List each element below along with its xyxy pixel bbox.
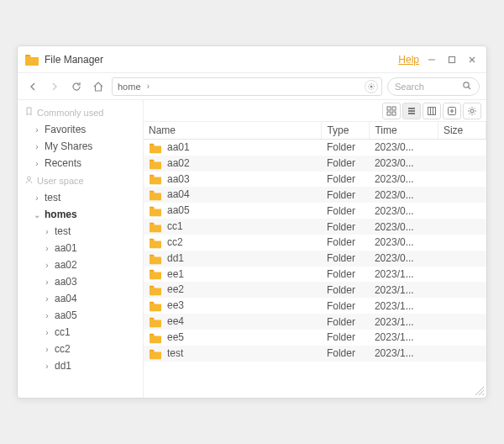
- sidebar-item[interactable]: ›My Shares: [18, 138, 143, 155]
- cell-time: 2023/1...: [370, 282, 438, 298]
- svg-rect-0: [449, 56, 455, 62]
- nav-refresh-button[interactable]: [68, 78, 85, 95]
- file-name: cc1: [167, 220, 183, 232]
- cell-size: [438, 203, 486, 219]
- nav-home-button[interactable]: [90, 78, 107, 95]
- table-row[interactable]: cc1Folder2023/0...: [144, 219, 486, 235]
- path-favorite-button[interactable]: [365, 80, 378, 93]
- sidebar-item[interactable]: ›cc1: [18, 324, 143, 341]
- cell-type: Folder: [322, 156, 370, 172]
- file-name: ee1: [167, 268, 184, 280]
- svg-point-10: [470, 109, 474, 113]
- new-item-button[interactable]: [443, 103, 461, 119]
- breadcrumb-path[interactable]: home ›: [112, 77, 382, 96]
- settings-button[interactable]: [463, 103, 481, 119]
- maximize-button[interactable]: [444, 52, 459, 67]
- cell-time: 2023/1...: [370, 314, 438, 330]
- chevron-right-icon: ›: [43, 362, 51, 371]
- column-header-type[interactable]: Type: [322, 122, 370, 140]
- sidebar-item-label: test: [55, 225, 71, 237]
- sidebar-section-label: User space: [37, 176, 84, 186]
- sidebar-item[interactable]: ›aa05: [18, 307, 143, 324]
- column-header-size[interactable]: Size: [438, 122, 486, 140]
- chevron-right-icon: ›: [43, 244, 51, 253]
- sidebar-item[interactable]: ›aa01: [18, 240, 143, 256]
- cell-type: Folder: [322, 187, 370, 203]
- chevron-right-icon: ›: [43, 345, 51, 354]
- sidebar-item-label: aa02: [55, 259, 77, 271]
- sidebar[interactable]: Commonly used ›Favorites›My Shares›Recen…: [18, 100, 144, 398]
- minimize-button[interactable]: [424, 52, 439, 67]
- sidebar-item[interactable]: ›aa04: [18, 290, 143, 307]
- view-toolbar: [144, 100, 486, 122]
- nav-forward-button[interactable]: [46, 78, 63, 95]
- table-row[interactable]: ee4Folder2023/1...: [144, 314, 486, 330]
- table-row[interactable]: dd1Folder2023/0...: [144, 251, 486, 267]
- file-name: aa05: [167, 204, 190, 216]
- nav-back-button[interactable]: [24, 78, 41, 95]
- table-row[interactable]: aa01Folder2023/0...: [144, 140, 486, 156]
- search-input[interactable]: Search: [387, 77, 480, 96]
- table-row[interactable]: testFolder2023/1...: [144, 346, 486, 362]
- user-icon: [24, 175, 34, 186]
- cell-time: 2023/0...: [370, 172, 438, 188]
- table-row[interactable]: cc2Folder2023/0...: [144, 235, 486, 251]
- sidebar-item[interactable]: ›test: [18, 189, 143, 206]
- main-panel: Name Type Time Size aa01Folder2023/0...a…: [144, 100, 486, 398]
- folder-icon: [149, 284, 162, 296]
- sidebar-item[interactable]: ›test: [18, 223, 143, 240]
- breadcrumb-segment[interactable]: home: [118, 82, 141, 92]
- table-row[interactable]: aa04Folder2023/0...: [144, 187, 486, 203]
- sidebar-item-label: dd1: [55, 360, 71, 372]
- search-placeholder: Search: [395, 82, 424, 92]
- view-grid-button[interactable]: [382, 103, 401, 119]
- file-name: ee3: [167, 299, 184, 311]
- table-row[interactable]: ee2Folder2023/1...: [144, 282, 486, 298]
- chevron-right-icon: ›: [33, 125, 41, 135]
- cell-name: aa01: [144, 140, 322, 156]
- sidebar-item[interactable]: ›dd1: [18, 357, 143, 374]
- table-row[interactable]: aa03Folder2023/0...: [144, 172, 486, 188]
- cell-time: 2023/1...: [370, 330, 438, 346]
- chevron-right-icon: ›: [43, 294, 51, 304]
- cell-time: 2023/0...: [370, 235, 438, 251]
- folder-icon: [149, 173, 162, 185]
- folder-icon: [149, 189, 162, 201]
- resize-handle-icon[interactable]: [473, 384, 485, 396]
- sidebar-item[interactable]: ›aa02: [18, 256, 143, 273]
- cell-size: [438, 140, 486, 156]
- file-table-wrapper[interactable]: Name Type Time Size aa01Folder2023/0...a…: [144, 122, 486, 398]
- table-row[interactable]: aa05Folder2023/0...: [144, 203, 486, 219]
- sidebar-item[interactable]: ⌄homes: [18, 206, 143, 223]
- folder-icon: [149, 205, 162, 217]
- folder-icon: [149, 268, 162, 280]
- app-folder-icon: [24, 53, 39, 66]
- column-header-name[interactable]: Name: [144, 122, 322, 140]
- sidebar-item[interactable]: ›cc2: [18, 341, 143, 357]
- close-button[interactable]: [465, 52, 480, 67]
- cell-type: Folder: [322, 235, 370, 251]
- sidebar-item-label: homes: [45, 209, 77, 220]
- table-row[interactable]: ee3Folder2023/1...: [144, 298, 486, 314]
- cell-name: ee3: [144, 298, 322, 314]
- sidebar-item-label: aa03: [55, 276, 77, 288]
- chevron-icon: ⌄: [33, 210, 41, 219]
- svg-rect-7: [392, 112, 396, 115]
- sidebar-item[interactable]: ›aa03: [18, 273, 143, 290]
- sidebar-item[interactable]: ›Favorites: [18, 121, 143, 138]
- file-name: aa03: [167, 173, 190, 185]
- view-columns-button[interactable]: [423, 103, 441, 119]
- cell-size: [438, 314, 486, 330]
- table-row[interactable]: ee1Folder2023/1...: [144, 267, 486, 283]
- folder-icon: [149, 300, 162, 312]
- table-row[interactable]: ee5Folder2023/1...: [144, 330, 486, 346]
- view-list-button[interactable]: [402, 103, 421, 119]
- column-header-time[interactable]: Time: [370, 122, 438, 140]
- table-row[interactable]: aa02Folder2023/0...: [144, 156, 486, 172]
- sidebar-item[interactable]: ›Recents: [18, 155, 143, 172]
- svg-rect-6: [387, 112, 391, 115]
- file-manager-window: File Manager Help home ›: [17, 45, 487, 399]
- help-link[interactable]: Help: [398, 54, 419, 66]
- sidebar-section-user-space: User space: [18, 172, 143, 189]
- folder-icon: [149, 221, 162, 233]
